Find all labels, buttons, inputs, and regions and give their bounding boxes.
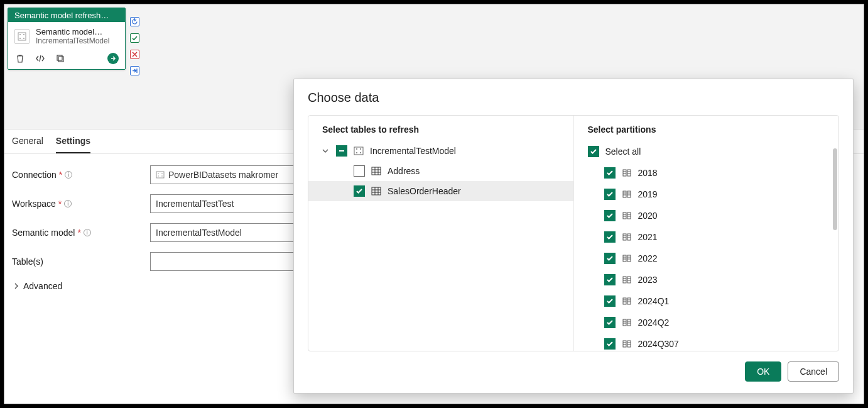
- workspace-value: IncrementalTestTest: [156, 199, 234, 209]
- svg-rect-29: [627, 170, 631, 176]
- partition-icon: [622, 168, 632, 177]
- partition-name: 2020: [638, 211, 658, 221]
- chevron-down-icon[interactable]: [322, 148, 330, 154]
- partition-name: 2023: [638, 275, 658, 285]
- connection-value: PowerBIDatasets makromer: [168, 170, 278, 180]
- success-icon[interactable]: [130, 33, 139, 43]
- tab-settings[interactable]: Settings: [56, 136, 90, 153]
- run-button[interactable]: [107, 53, 119, 64]
- partition-row[interactable]: 2022: [588, 248, 839, 269]
- error-icon[interactable]: [130, 50, 139, 59]
- app-frame: Semantic model refresh… Semantic model… …: [4, 4, 864, 404]
- svg-rect-47: [627, 234, 631, 240]
- partition-checkbox[interactable]: [604, 338, 616, 350]
- partition-checkbox[interactable]: [604, 167, 616, 179]
- table-row[interactable]: SalesOrderHeader: [308, 181, 573, 201]
- activity-title: Semantic model…: [36, 27, 119, 36]
- svg-rect-64: [623, 298, 626, 304]
- partitions-pane: Select partitions Select all 20182019202…: [574, 116, 839, 351]
- connection-input[interactable]: PowerBIDatasets makromer: [150, 165, 301, 184]
- activity-card[interactable]: Semantic model refresh… Semantic model… …: [8, 8, 126, 70]
- partition-row[interactable]: 2021: [588, 226, 839, 248]
- partition-row[interactable]: 2024Q2: [588, 312, 839, 333]
- partition-checkbox[interactable]: [604, 210, 616, 221]
- partition-icon: [622, 233, 632, 241]
- svg-rect-40: [623, 212, 626, 219]
- tab-general[interactable]: General: [12, 136, 43, 153]
- partition-checkbox[interactable]: [604, 231, 616, 243]
- table-row[interactable]: Address: [308, 161, 573, 181]
- partition-icon: [622, 190, 632, 199]
- table-checkbox[interactable]: [354, 185, 365, 197]
- table-checkbox[interactable]: [354, 165, 365, 177]
- partition-icon: [622, 211, 632, 220]
- partition-icon: [622, 318, 632, 327]
- ok-button[interactable]: OK: [745, 361, 781, 382]
- partition-row[interactable]: 2023: [588, 269, 839, 290]
- activity-body: Semantic model… IncrementalTestModel: [8, 22, 125, 49]
- partition-icon: [622, 254, 632, 263]
- tables-pane: Select tables to refresh IncrementalTest…: [308, 116, 574, 351]
- svg-rect-18: [372, 167, 381, 175]
- svg-rect-53: [627, 255, 631, 262]
- semantic-model-input[interactable]: IncrementalTestModel: [150, 223, 301, 242]
- svg-point-16: [356, 152, 357, 153]
- partition-checkbox[interactable]: [604, 274, 616, 285]
- dialog-footer: OK Cancel: [294, 351, 853, 393]
- partition-row[interactable]: 2024Q1: [588, 290, 839, 312]
- code-button[interactable]: [35, 53, 46, 64]
- partition-checkbox[interactable]: [604, 253, 616, 264]
- semantic-model-value: IncrementalTestModel: [156, 228, 242, 238]
- partition-name: 2019: [638, 189, 658, 199]
- refresh-icon[interactable]: [130, 17, 139, 26]
- table-name: Address: [388, 166, 420, 176]
- svg-point-11: [161, 175, 163, 177]
- partition-row[interactable]: 2024Q307: [588, 333, 839, 351]
- info-icon[interactable]: i: [64, 200, 72, 207]
- svg-rect-70: [623, 319, 626, 326]
- svg-point-2: [23, 34, 24, 35]
- delete-button[interactable]: [14, 53, 26, 64]
- svg-rect-77: [627, 341, 631, 347]
- tree-model-row[interactable]: IncrementalTestModel: [308, 141, 573, 161]
- select-all-checkbox[interactable]: [588, 146, 599, 157]
- skip-icon[interactable]: [130, 66, 139, 75]
- activity-subtitle: IncrementalTestModel: [36, 36, 119, 45]
- choose-data-dialog: Choose data Select tables to refresh: [293, 79, 854, 394]
- svg-point-15: [360, 148, 361, 150]
- svg-point-4: [23, 38, 24, 39]
- tables-pane-header: Select tables to refresh: [308, 116, 573, 141]
- activity-header: Semantic model refresh…: [8, 8, 125, 22]
- svg-point-8: [158, 173, 159, 174]
- info-icon[interactable]: i: [65, 171, 72, 179]
- activity-footer: [8, 49, 125, 69]
- connection-label: Connection*i: [12, 170, 150, 180]
- svg-point-1: [19, 34, 21, 35]
- partition-checkbox[interactable]: [604, 189, 616, 200]
- copy-button[interactable]: [55, 53, 66, 64]
- partition-row[interactable]: 2018: [588, 162, 839, 184]
- scrollbar[interactable]: [833, 148, 837, 230]
- svg-rect-12: [339, 150, 344, 152]
- info-icon[interactable]: i: [84, 229, 91, 236]
- partition-name: 2022: [638, 253, 658, 263]
- partition-row[interactable]: 2019: [588, 184, 839, 205]
- partition-checkbox[interactable]: [604, 317, 616, 328]
- partition-icon: [622, 297, 632, 306]
- svg-point-3: [19, 38, 21, 39]
- partition-icon: [622, 339, 632, 348]
- workspace-input[interactable]: IncrementalTestTest: [150, 194, 301, 213]
- semantic-model-icon: [354, 146, 364, 155]
- partition-name: 2024Q2: [638, 317, 670, 328]
- tables-input[interactable]: [150, 252, 301, 271]
- svg-rect-34: [623, 191, 626, 197]
- partition-row[interactable]: 2020: [588, 205, 839, 226]
- tables-tree: IncrementalTestModel AddressSalesOrderHe…: [308, 141, 573, 207]
- model-checkbox[interactable]: [336, 145, 347, 157]
- svg-point-9: [161, 173, 163, 174]
- partition-checkbox[interactable]: [604, 295, 616, 307]
- status-stack: [130, 17, 139, 75]
- select-all-row[interactable]: Select all: [588, 141, 839, 162]
- table-name: SalesOrderHeader: [388, 186, 461, 196]
- cancel-button[interactable]: Cancel: [788, 361, 839, 382]
